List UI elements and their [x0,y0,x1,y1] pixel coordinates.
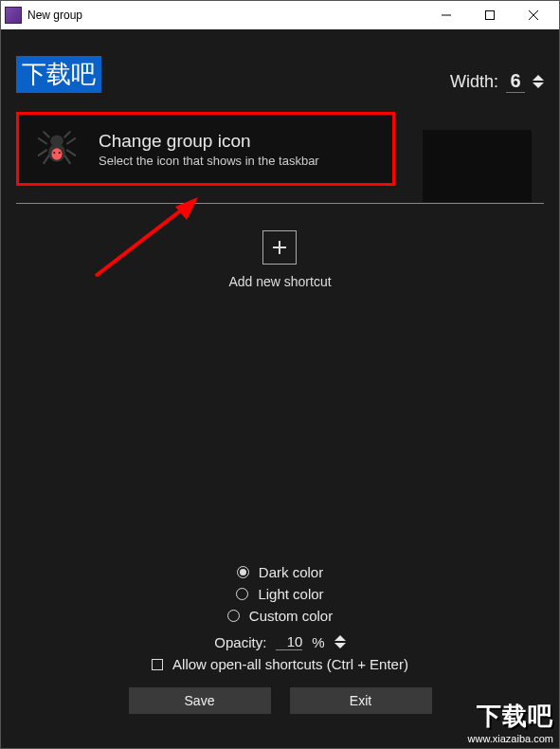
radio-custom-color[interactable]: Custom color [227,608,333,624]
change-group-icon-button[interactable]: Change group icon Select the icon that s… [16,112,395,186]
opacity-spinner[interactable] [334,635,346,649]
add-shortcut-label: Add new shortcut [228,274,331,289]
opacity-label: Opacity: [214,634,266,650]
opacity-input[interactable]: 10 [276,633,302,650]
change-icon-subtitle: Select the icon that shows in the taskba… [99,154,319,168]
width-spinner[interactable] [533,75,544,88]
chevron-down-icon[interactable] [334,643,346,649]
minimize-button[interactable] [425,1,468,29]
svg-point-6 [52,148,63,159]
light-color-label: Light color [258,586,323,602]
spider-icon [36,128,78,170]
radio-dark-color[interactable]: Dark color [237,564,323,580]
radio-icon [236,588,248,600]
add-shortcut-button[interactable] [262,230,297,265]
change-icon-title: Change group icon [99,131,319,152]
opacity-suffix: % [312,634,324,650]
maximize-button[interactable] [468,1,512,29]
chevron-up-icon[interactable] [533,75,544,81]
allow-open-all-label: Allow open-all shortcuts (Ctrl + Enter) [172,656,408,672]
radio-light-color[interactable]: Light color [236,586,323,602]
window-title: New group [27,9,425,22]
icon-preview-slot [423,130,532,202]
annotation-arrow [77,195,209,281]
allow-open-all-checkbox[interactable]: Allow open-all shortcuts (Ctrl + Enter) [152,656,408,672]
save-button[interactable]: Save [129,687,271,714]
watermark-url: www.xiazaiba.com [468,733,553,744]
svg-point-7 [53,152,55,154]
svg-marker-10 [175,197,198,220]
checkbox-icon [152,659,163,670]
width-label: Width: [450,72,498,92]
divider [16,203,544,204]
svg-rect-1 [486,11,495,20]
chevron-down-icon[interactable] [533,82,544,88]
titlebar: New group [1,1,559,29]
plus-icon [271,239,288,256]
radio-icon [237,566,249,578]
custom-color-label: Custom color [249,608,333,624]
exit-button[interactable]: Exit [290,687,432,714]
svg-point-8 [59,152,61,154]
chevron-up-icon[interactable] [334,635,346,641]
close-button[interactable] [512,1,555,29]
group-name-input[interactable]: 下载吧 [16,56,101,93]
app-icon [5,7,22,24]
radio-icon [227,610,240,622]
width-value[interactable]: 6 [506,70,525,93]
dark-color-label: Dark color [259,564,323,580]
svg-line-9 [96,207,186,276]
